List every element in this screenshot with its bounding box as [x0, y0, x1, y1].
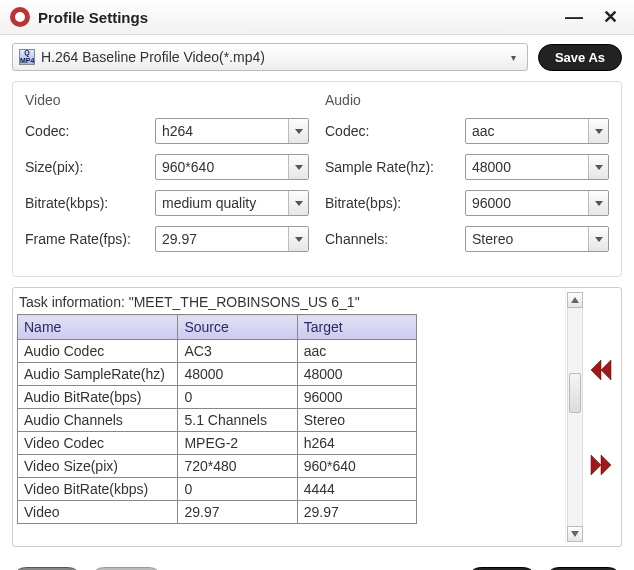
cell-source: 0: [178, 478, 297, 501]
svg-marker-2: [591, 455, 601, 475]
audio-samplerate-select[interactable]: 48000: [465, 154, 609, 180]
mp4-icon: QMP4: [19, 49, 35, 65]
scroll-down-button[interactable]: [567, 526, 583, 542]
cell-source: MPEG-2: [178, 432, 297, 455]
cell-target: 96000: [297, 386, 416, 409]
chevron-down-icon: [288, 227, 308, 251]
cell-target: 29.97: [297, 501, 416, 524]
scroll-track[interactable]: [567, 308, 583, 526]
window-title: Profile Settings: [38, 9, 551, 26]
chevron-down-icon: [588, 155, 608, 179]
svg-marker-0: [591, 360, 601, 380]
chevron-down-icon: [288, 119, 308, 143]
chevron-down-icon: ▾: [505, 52, 523, 63]
svg-marker-3: [601, 455, 611, 475]
profile-select[interactable]: QMP4 H.264 Baseline Profile Video(*.mp4)…: [12, 43, 528, 71]
table-row[interactable]: Video CodecMPEG-2h264: [18, 432, 417, 455]
cell-name: Audio Codec: [18, 340, 178, 363]
titlebar: Profile Settings — ✕: [0, 0, 634, 35]
cell-source: 5.1 Channels: [178, 409, 297, 432]
double-arrow-right-icon: [589, 455, 613, 475]
cell-source: 48000: [178, 363, 297, 386]
video-column: Video Codec: h264 Size(pix): 960*640 Bit…: [25, 92, 309, 262]
settings-panel: Video Codec: h264 Size(pix): 960*640 Bit…: [12, 81, 622, 277]
scroll-up-button[interactable]: [567, 292, 583, 308]
cell-source: 0: [178, 386, 297, 409]
task-table: Name Source Target Audio CodecAC3aacAudi…: [17, 314, 417, 524]
scroll-thumb[interactable]: [569, 373, 581, 413]
table-row[interactable]: Audio SampleRate(hz)4800048000: [18, 363, 417, 386]
cell-target: Stereo: [297, 409, 416, 432]
audio-bitrate-label: Bitrate(bps):: [325, 195, 465, 211]
task-panel: Task information: "MEET_THE_ROBINSONS_US…: [12, 287, 622, 547]
cell-source: AC3: [178, 340, 297, 363]
cell-name: Audio SampleRate(hz): [18, 363, 178, 386]
video-bitrate-select[interactable]: medium quality: [155, 190, 309, 216]
video-codec-label: Codec:: [25, 123, 155, 139]
audio-heading: Audio: [325, 92, 609, 108]
cell-name: Video BitRate(kbps): [18, 478, 178, 501]
video-size-select[interactable]: 960*640: [155, 154, 309, 180]
chevron-down-icon: [588, 191, 608, 215]
table-row[interactable]: Audio BitRate(bps)096000: [18, 386, 417, 409]
cell-target: 960*640: [297, 455, 416, 478]
audio-codec-label: Codec:: [325, 123, 465, 139]
save-as-button[interactable]: Save As: [538, 44, 622, 71]
cell-target: 4444: [297, 478, 416, 501]
cell-name: Audio Channels: [18, 409, 178, 432]
chevron-down-icon: [288, 155, 308, 179]
scrollbar[interactable]: [565, 292, 583, 542]
task-info-text: Task information: "MEET_THE_ROBINSONS_US…: [17, 292, 563, 314]
cell-target: aac: [297, 340, 416, 363]
col-source: Source: [178, 315, 297, 340]
audio-codec-select[interactable]: aac: [465, 118, 609, 144]
audio-bitrate-select[interactable]: 96000: [465, 190, 609, 216]
video-bitrate-label: Bitrate(kbps):: [25, 195, 155, 211]
chevron-down-icon: [588, 119, 608, 143]
close-button[interactable]: ✕: [597, 6, 624, 28]
prev-task-button[interactable]: [589, 360, 613, 380]
svg-marker-1: [601, 360, 611, 380]
video-framerate-label: Frame Rate(fps):: [25, 231, 155, 247]
col-target: Target: [297, 315, 416, 340]
audio-samplerate-label: Sample Rate(hz):: [325, 159, 465, 175]
chevron-down-icon: [288, 191, 308, 215]
cell-name: Video Size(pix): [18, 455, 178, 478]
chevron-down-icon: [588, 227, 608, 251]
video-codec-select[interactable]: h264: [155, 118, 309, 144]
cell-target: h264: [297, 432, 416, 455]
table-row[interactable]: Audio CodecAC3aac: [18, 340, 417, 363]
cell-target: 48000: [297, 363, 416, 386]
cell-source: 29.97: [178, 501, 297, 524]
col-name: Name: [18, 315, 178, 340]
table-row[interactable]: Audio Channels5.1 ChannelsStereo: [18, 409, 417, 432]
app-icon: [10, 7, 30, 27]
profile-select-label: H.264 Baseline Profile Video(*.mp4): [35, 49, 505, 65]
cell-name: Video Codec: [18, 432, 178, 455]
next-task-button[interactable]: [589, 455, 613, 475]
cell-name: Audio BitRate(bps): [18, 386, 178, 409]
cell-source: 720*480: [178, 455, 297, 478]
double-arrow-left-icon: [589, 360, 613, 380]
cell-name: Video: [18, 501, 178, 524]
audio-column: Audio Codec: aac Sample Rate(hz): 48000 …: [325, 92, 609, 262]
table-row[interactable]: Video BitRate(kbps)04444: [18, 478, 417, 501]
minimize-button[interactable]: —: [559, 7, 589, 28]
table-row[interactable]: Video29.9729.97: [18, 501, 417, 524]
audio-channels-select[interactable]: Stereo: [465, 226, 609, 252]
video-heading: Video: [25, 92, 309, 108]
footer: Reset Delete OK Cancel: [0, 557, 634, 570]
video-framerate-select[interactable]: 29.97: [155, 226, 309, 252]
audio-channels-label: Channels:: [325, 231, 465, 247]
table-row[interactable]: Video Size(pix)720*480960*640: [18, 455, 417, 478]
video-size-label: Size(pix):: [25, 159, 155, 175]
